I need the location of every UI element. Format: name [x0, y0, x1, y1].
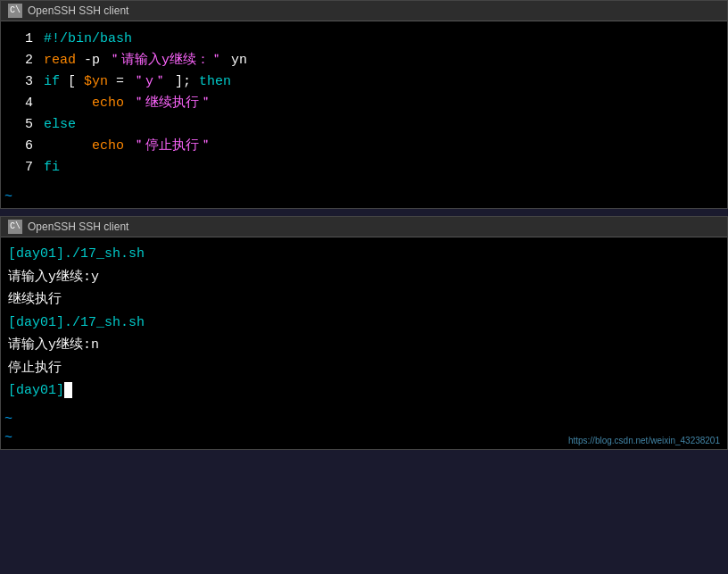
code-token: fi	[44, 157, 60, 179]
code-token: [	[60, 71, 84, 93]
bottom-window-title: OpenSSH SSH client	[28, 220, 128, 233]
code-editor: 1#!/bin/bash2read -p ＂请输入y继续：＂ yn3if [ $…	[1, 21, 727, 186]
code-token: ＂停止执行＂	[132, 136, 212, 157]
line-number: 2	[8, 50, 33, 71]
code-token: ];	[167, 71, 199, 93]
code-token: $yn	[84, 71, 108, 93]
code-token: if	[44, 71, 60, 93]
tilde: ~	[4, 187, 727, 206]
code-line: 3if [ $yn = ＂y＂ ]; then	[1, 71, 727, 93]
line-number: 5	[8, 114, 33, 136]
terminal-line: 请输入y继续:n	[8, 334, 720, 357]
top-editor-window: C\ OpenSSH SSH client 1#!/bin/bash2read …	[0, 0, 728, 209]
watermark: https://blog.csdn.net/weixin_43238201	[568, 436, 720, 445]
terminal-line: [day01]./17_sh.sh	[8, 312, 720, 335]
line-number: 4	[8, 93, 33, 114]
terminal-line: 继续执行	[8, 288, 720, 312]
code-token: yn	[223, 50, 247, 71]
line-number: 3	[8, 71, 33, 93]
window-separator	[0, 209, 728, 216]
code-token: =	[108, 71, 132, 93]
cursor	[64, 382, 72, 398]
terminal-line: [day01]	[8, 379, 720, 403]
code-line: 2read -p ＂请输入y继续：＂ yn	[1, 50, 727, 71]
code-token: ＂y＂	[132, 71, 167, 93]
code-token: echo	[44, 136, 132, 157]
line-number: 6	[8, 136, 33, 157]
top-window-title: OpenSSH SSH client	[28, 4, 128, 17]
terminal-line: [day01]./17_sh.sh	[8, 243, 720, 266]
terminal-line: 停止执行	[8, 357, 720, 380]
line-number: 7	[8, 157, 33, 179]
line-number: 1	[8, 29, 33, 50]
terminal-icon: C\	[8, 4, 22, 18]
code-token: #!/bin/bash	[44, 29, 132, 50]
code-token: -p	[76, 50, 108, 71]
bottom-terminal-window: C\ OpenSSH SSH client [day01]./17_sh.sh请…	[0, 216, 728, 450]
tilde-2: ~	[4, 410, 727, 428]
bottom-titlebar: C\ OpenSSH SSH client	[1, 217, 727, 237]
code-token: else	[44, 114, 76, 136]
code-line: 7fi	[1, 157, 727, 179]
code-token: read	[44, 50, 76, 71]
terminal-output: [day01]./17_sh.sh请输入y继续:y继续执行[day01]./17…	[1, 237, 727, 408]
terminal-line: 请输入y继续:y	[8, 266, 720, 289]
terminal-icon-2: C\	[8, 220, 22, 234]
code-token: echo	[44, 93, 132, 114]
code-token: ＂继续执行＂	[132, 93, 212, 114]
code-line: 6 echo ＂停止执行＂	[1, 136, 727, 157]
code-token: ＂请输入y继续：＂	[108, 50, 223, 71]
code-token: then	[199, 71, 231, 93]
tilde-area: ~	[1, 186, 727, 208]
code-line: 1#!/bin/bash	[1, 29, 727, 50]
top-titlebar: C\ OpenSSH SSH client	[1, 1, 727, 21]
code-line: 5else	[1, 114, 727, 136]
code-line: 4 echo ＂继续执行＂	[1, 93, 727, 114]
